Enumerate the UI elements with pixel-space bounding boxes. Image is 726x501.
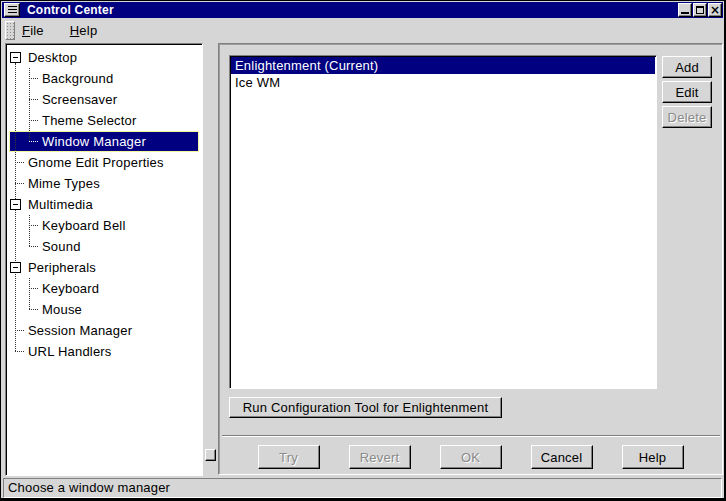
- tree-item-background[interactable]: Background: [9, 68, 199, 89]
- action-buttons: TryRevertOKCancelHelp: [219, 445, 722, 469]
- control-center-window: Control Center × File Help DesktopBackgr…: [0, 0, 726, 501]
- list-buttons: AddEditDelete: [662, 56, 712, 128]
- close-button[interactable]: ×: [708, 3, 722, 17]
- menubar-grip-handle[interactable]: [5, 21, 15, 40]
- tree-item-peripherals[interactable]: Peripherals: [9, 257, 199, 278]
- status-text: Choose a window manager: [8, 480, 170, 495]
- help-button[interactable]: Help: [622, 445, 684, 469]
- ok-button[interactable]: OK: [440, 445, 502, 469]
- tree-item-mime-types[interactable]: Mime Types: [9, 173, 199, 194]
- expander-icon[interactable]: [10, 52, 21, 63]
- add-button[interactable]: Add: [662, 56, 712, 78]
- tree-guide-line: [29, 215, 30, 246]
- tree-item-screensaver[interactable]: Screensaver: [9, 89, 199, 110]
- paned-handle[interactable]: [205, 449, 216, 461]
- tree-item-desktop[interactable]: Desktop: [9, 47, 199, 68]
- tree-guide-line: [29, 278, 30, 309]
- edit-button[interactable]: Edit: [662, 81, 712, 103]
- menubar: File Help: [2, 18, 723, 43]
- wm-list: Enlightenment (Current)Ice WM: [229, 55, 657, 389]
- window-manager-capplet: Enlightenment (Current)Ice WM AddEditDel…: [218, 43, 723, 475]
- menu-file[interactable]: File: [16, 21, 50, 40]
- wm-list-item-enlightenment-current[interactable]: Enlightenment (Current): [231, 57, 655, 74]
- maximize-button[interactable]: [693, 3, 707, 17]
- titlebar[interactable]: Control Center ×: [2, 2, 723, 18]
- minimize-button[interactable]: [678, 3, 692, 17]
- tree-item-sound[interactable]: Sound: [9, 236, 199, 257]
- minimize-icon: [681, 6, 689, 14]
- close-icon: ×: [710, 5, 720, 15]
- run-config-button[interactable]: Run Configuration Tool for Enlightenment: [229, 397, 502, 418]
- revert-button[interactable]: Revert: [349, 445, 411, 469]
- tree-item-session-manager[interactable]: Session Manager: [9, 320, 199, 341]
- action-separator: [222, 435, 720, 437]
- expander-icon[interactable]: [10, 262, 21, 273]
- try-button[interactable]: Try: [258, 445, 320, 469]
- paned-separator[interactable]: [204, 43, 217, 476]
- tree-item-gnome-edit-properties[interactable]: Gnome Edit Properties: [9, 152, 199, 173]
- tree-item-theme-selector[interactable]: Theme Selector: [9, 110, 199, 131]
- tree-item-keyboard[interactable]: Keyboard: [9, 278, 199, 299]
- tree-item-keyboard-bell[interactable]: Keyboard Bell: [9, 215, 199, 236]
- settings-tree: DesktopBackgroundScreensaverTheme Select…: [5, 43, 203, 476]
- window-menu-icon: [8, 6, 17, 14]
- expander-icon[interactable]: [10, 199, 21, 210]
- window-menu-button[interactable]: [4, 3, 20, 17]
- tree-item-url-handlers[interactable]: URL Handlers: [9, 341, 199, 362]
- menu-help[interactable]: Help: [64, 21, 104, 40]
- statusbar: Choose a window manager: [3, 478, 722, 498]
- cancel-button[interactable]: Cancel: [531, 445, 593, 469]
- tree-item-multimedia[interactable]: Multimedia: [9, 194, 199, 215]
- window-controls: ×: [678, 3, 722, 17]
- tree-item-mouse[interactable]: Mouse: [9, 299, 199, 320]
- tree-item-window-manager[interactable]: Window Manager: [9, 131, 199, 152]
- maximize-icon: [696, 6, 704, 14]
- wm-list-item-ice-wm[interactable]: Ice WM: [231, 74, 655, 91]
- delete-button[interactable]: Delete: [662, 106, 712, 128]
- tree-guide-line: [29, 68, 30, 141]
- window-title: Control Center: [27, 2, 114, 18]
